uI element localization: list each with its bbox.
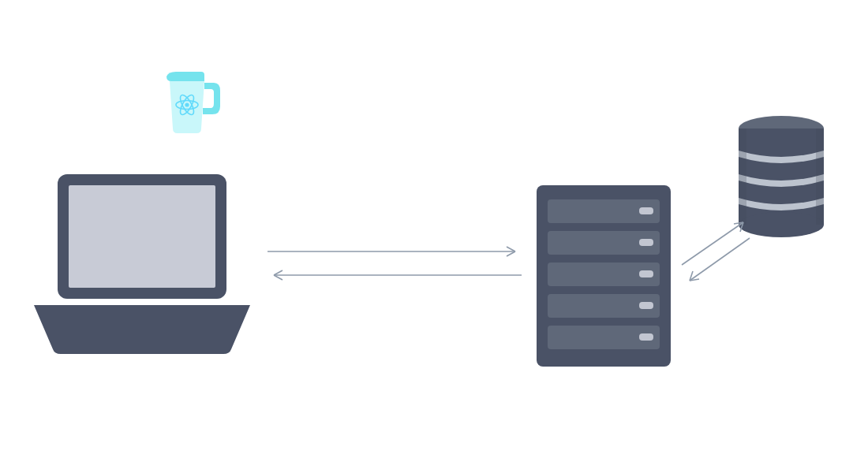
svg-point-3	[185, 102, 189, 106]
svg-rect-6	[58, 299, 226, 305]
server-icon	[537, 185, 671, 370]
svg-rect-17	[639, 333, 653, 341]
laptop-icon	[28, 169, 256, 362]
svg-rect-9	[639, 207, 653, 214]
arrow-server-database	[671, 213, 758, 292]
svg-line-25	[682, 222, 743, 265]
svg-rect-13	[639, 270, 653, 277]
react-pitcher-icon	[162, 67, 228, 141]
svg-rect-15	[639, 302, 653, 309]
svg-rect-5	[69, 185, 215, 288]
arrow-client-server	[264, 240, 525, 288]
svg-rect-21	[739, 128, 746, 225]
svg-line-26	[690, 238, 750, 281]
svg-rect-11	[639, 239, 653, 246]
architecture-diagram	[0, 0, 868, 473]
svg-rect-22	[816, 128, 824, 225]
